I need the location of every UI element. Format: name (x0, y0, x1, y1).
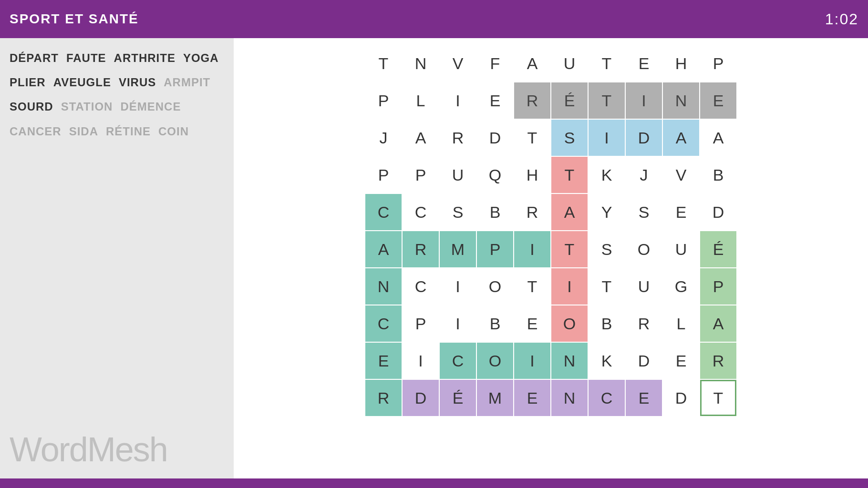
cell-1-0[interactable]: P (365, 82, 402, 119)
cell-7-2[interactable]: I (440, 305, 476, 342)
cell-3-4[interactable]: H (514, 157, 550, 193)
cell-5-8[interactable]: U (663, 231, 699, 267)
cell-8-2[interactable]: C (440, 343, 476, 379)
cell-1-4[interactable]: R (514, 82, 550, 119)
cell-6-0[interactable]: N (365, 268, 402, 305)
cell-4-8[interactable]: E (663, 194, 699, 230)
cell-7-3[interactable]: B (477, 305, 513, 342)
cell-2-2[interactable]: R (440, 120, 476, 156)
cell-2-6[interactable]: I (589, 120, 625, 156)
cell-3-3[interactable]: Q (477, 157, 513, 193)
cell-0-9[interactable]: P (700, 45, 736, 81)
cell-8-7[interactable]: D (626, 343, 662, 379)
cell-2-9[interactable]: A (700, 120, 736, 156)
cell-7-8[interactable]: L (663, 305, 699, 342)
cell-3-7[interactable]: J (626, 157, 662, 193)
cell-0-8[interactable]: H (663, 45, 699, 81)
cell-0-2[interactable]: V (440, 45, 476, 81)
cell-2-5[interactable]: S (551, 120, 588, 156)
cell-2-4[interactable]: T (514, 120, 550, 156)
cell-1-2[interactable]: I (440, 82, 476, 119)
cell-7-6[interactable]: B (589, 305, 625, 342)
cell-9-3[interactable]: M (477, 380, 513, 416)
cell-4-9[interactable]: D (700, 194, 736, 230)
cell-5-4[interactable]: I (514, 231, 550, 267)
cell-1-6[interactable]: T (589, 82, 625, 119)
cell-3-9[interactable]: B (700, 157, 736, 193)
cell-6-6[interactable]: T (589, 268, 625, 305)
cell-9-6[interactable]: C (589, 380, 625, 416)
cell-7-1[interactable]: P (403, 305, 439, 342)
cell-7-0[interactable]: C (365, 305, 402, 342)
cell-3-0[interactable]: P (365, 157, 402, 193)
cell-4-6[interactable]: Y (589, 194, 625, 230)
cell-6-1[interactable]: C (403, 268, 439, 305)
cell-9-2[interactable]: É (440, 380, 476, 416)
cell-3-5[interactable]: T (551, 157, 588, 193)
cell-5-2[interactable]: M (440, 231, 476, 267)
cell-0-6[interactable]: T (589, 45, 625, 81)
cell-4-3[interactable]: B (477, 194, 513, 230)
cell-6-7[interactable]: U (626, 268, 662, 305)
cell-8-0[interactable]: E (365, 343, 402, 379)
cell-7-7[interactable]: R (626, 305, 662, 342)
cell-3-2[interactable]: U (440, 157, 476, 193)
cell-1-1[interactable]: L (403, 82, 439, 119)
cell-4-0[interactable]: C (365, 194, 402, 230)
cell-4-4[interactable]: R (514, 194, 550, 230)
cell-9-5[interactable]: N (551, 380, 588, 416)
cell-5-3[interactable]: P (477, 231, 513, 267)
cell-8-3[interactable]: O (477, 343, 513, 379)
cell-6-9[interactable]: P (700, 268, 736, 305)
cell-7-9[interactable]: A (700, 305, 736, 342)
cell-5-7[interactable]: O (626, 231, 662, 267)
cell-1-5[interactable]: É (551, 82, 588, 119)
cell-9-8[interactable]: D (663, 380, 699, 416)
cell-7-5[interactable]: O (551, 305, 588, 342)
cell-8-8[interactable]: E (663, 343, 699, 379)
cell-9-4[interactable]: E (514, 380, 550, 416)
cell-9-7[interactable]: E (626, 380, 662, 416)
cell-6-3[interactable]: O (477, 268, 513, 305)
cell-0-4[interactable]: A (514, 45, 550, 81)
cell-2-0[interactable]: J (365, 120, 402, 156)
cell-8-9[interactable]: R (700, 343, 736, 379)
cell-1-7[interactable]: I (626, 82, 662, 119)
cell-5-9[interactable]: É (700, 231, 736, 267)
cell-9-0[interactable]: R (365, 380, 402, 416)
cell-6-4[interactable]: T (514, 268, 550, 305)
cell-7-4[interactable]: E (514, 305, 550, 342)
cell-0-3[interactable]: F (477, 45, 513, 81)
cell-2-8[interactable]: A (663, 120, 699, 156)
cell-2-7[interactable]: D (626, 120, 662, 156)
cell-3-1[interactable]: P (403, 157, 439, 193)
cell-3-8[interactable]: V (663, 157, 699, 193)
cell-0-1[interactable]: N (403, 45, 439, 81)
cell-1-8[interactable]: N (663, 82, 699, 119)
cell-1-3[interactable]: E (477, 82, 513, 119)
cell-0-5[interactable]: U (551, 45, 588, 81)
cell-6-5[interactable]: I (551, 268, 588, 305)
cell-5-6[interactable]: S (589, 231, 625, 267)
cell-5-0[interactable]: A (365, 231, 402, 267)
cell-5-1[interactable]: R (403, 231, 439, 267)
cell-0-0[interactable]: T (365, 45, 402, 81)
cell-4-1[interactable]: C (403, 194, 439, 230)
cell-4-2[interactable]: S (440, 194, 476, 230)
cell-4-5[interactable]: A (551, 194, 588, 230)
cell-9-9[interactable]: T (700, 380, 736, 416)
cell-2-3[interactable]: D (477, 120, 513, 156)
cell-6-2[interactable]: I (440, 268, 476, 305)
cell-3-6[interactable]: K (589, 157, 625, 193)
cell-8-5[interactable]: N (551, 343, 588, 379)
cell-0-7[interactable]: E (626, 45, 662, 81)
cell-5-5[interactable]: T (551, 231, 588, 267)
cell-8-4[interactable]: I (514, 343, 550, 379)
cell-1-9[interactable]: E (700, 82, 736, 119)
cell-8-6[interactable]: K (589, 343, 625, 379)
cell-8-1[interactable]: I (403, 343, 439, 379)
cell-6-8[interactable]: G (663, 268, 699, 305)
cell-4-7[interactable]: S (626, 194, 662, 230)
cell-2-1[interactable]: A (403, 120, 439, 156)
cell-9-1[interactable]: D (403, 380, 439, 416)
